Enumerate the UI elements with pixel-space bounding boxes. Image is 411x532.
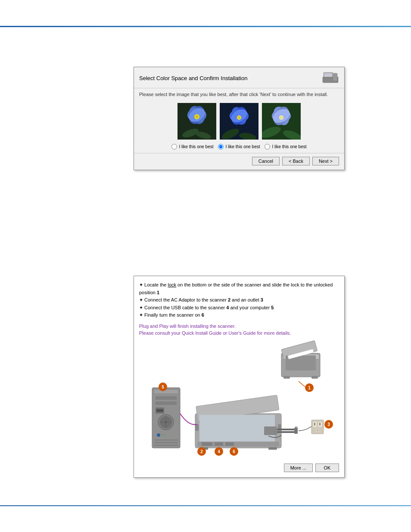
- flower-images-row: [134, 100, 344, 142]
- svg-rect-67: [199, 415, 275, 443]
- svg-rect-48: [156, 396, 177, 400]
- instructions-text: ✦ Locate the lock on the bottom or the s…: [139, 281, 339, 319]
- plug-play-line1: Plug and Play will finish installing the…: [139, 324, 236, 329]
- dialog-button-row: Cancel < Back Next >: [134, 153, 344, 170]
- radio-item-2[interactable]: I like this one best: [218, 144, 261, 149]
- svg-rect-42: [311, 376, 318, 379]
- svg-rect-83: [277, 429, 294, 430]
- svg-rect-72: [195, 424, 199, 431]
- ok-button[interactable]: OK: [315, 464, 339, 472]
- svg-rect-85: [294, 428, 298, 434]
- instruction-line-2: ✦ Connect the AC Adaptor to the scanner …: [139, 296, 339, 304]
- svg-rect-51: [156, 409, 163, 412]
- svg-point-14: [196, 115, 198, 118]
- install-button-row: More ... OK: [139, 464, 339, 472]
- top-divider-line: [0, 26, 411, 27]
- radio-3[interactable]: [265, 144, 270, 149]
- cancel-button[interactable]: Cancel: [252, 157, 280, 165]
- radio-label-1: I like this one best: [179, 144, 213, 149]
- svg-rect-92: [314, 423, 315, 426]
- dialog-title-bar: Select Color Space and Confirm Installat…: [134, 67, 344, 88]
- svg-rect-71: [225, 442, 234, 446]
- svg-rect-82: [264, 426, 277, 435]
- plug-play-line2: Please consult your Quick Install Guide …: [139, 330, 291, 336]
- svg-rect-59: [164, 434, 165, 436]
- dialog-subtitle: Please select the image that you like be…: [134, 88, 344, 100]
- svg-rect-41: [283, 376, 290, 379]
- step-num-6: 6: [202, 312, 204, 317]
- illustration-svg: 1: [139, 340, 340, 461]
- instruction-line-1: ✦ Locate the lock on the bottom or the s…: [139, 281, 339, 296]
- dialog-title: Select Color Space and Confirm Installat…: [139, 75, 322, 81]
- svg-rect-47: [154, 390, 178, 393]
- install-dialog: ✦ Locate the lock on the bottom or the s…: [134, 276, 345, 478]
- installation-illustration: 1: [139, 340, 339, 461]
- radio-label-3: I like this one best: [272, 144, 306, 149]
- step-num-3: 3: [261, 297, 263, 302]
- svg-rect-75: [268, 447, 277, 450]
- svg-rect-70: [215, 442, 223, 446]
- scanner-icon: [322, 72, 339, 84]
- step-num-4: 4: [226, 305, 229, 310]
- svg-text:3: 3: [327, 422, 330, 427]
- svg-rect-93: [319, 423, 321, 426]
- color-space-dialog: Select Color Space and Confirm Installat…: [134, 67, 345, 170]
- plug-play-text: Plug and Play will finish installing the…: [139, 323, 339, 337]
- svg-point-34: [280, 116, 283, 119]
- bottom-divider-line: [0, 505, 411, 506]
- svg-point-57: [157, 433, 160, 437]
- more-button[interactable]: More ...: [284, 464, 313, 472]
- svg-text:5: 5: [162, 385, 164, 389]
- instruction-line-4: ✦ Finally turn the scanner on 6: [139, 311, 339, 319]
- svg-rect-4: [333, 73, 337, 81]
- svg-text:2: 2: [200, 449, 203, 454]
- svg-rect-58: [162, 434, 162, 436]
- svg-point-24: [238, 116, 240, 119]
- instruction-line-3: ✦ Connect the USB cable to the scanner 4…: [139, 304, 339, 312]
- svg-rect-69: [202, 442, 212, 446]
- next-button[interactable]: Next >: [312, 157, 339, 165]
- radio-label-2: I like this one best: [225, 144, 260, 149]
- svg-rect-61: [154, 442, 178, 443]
- step-num-1: 1: [157, 290, 159, 295]
- svg-rect-2: [324, 73, 332, 77]
- flower-image-1: [177, 103, 216, 140]
- svg-rect-49: [156, 401, 177, 405]
- flower-image-2: [220, 103, 258, 140]
- radio-item-3[interactable]: I like this one best: [264, 144, 307, 149]
- radio-1[interactable]: [171, 144, 177, 149]
- svg-text:1: 1: [308, 386, 311, 390]
- radio-item-1[interactable]: I like this one best: [171, 144, 214, 149]
- radio-2[interactable]: [218, 144, 224, 149]
- step-num-5: 5: [271, 305, 274, 310]
- svg-point-94: [317, 429, 318, 431]
- svg-text:6: 6: [233, 449, 235, 454]
- radio-buttons-row: I like this one best I like this one bes…: [134, 142, 344, 153]
- svg-rect-84: [277, 431, 294, 433]
- step-num-2: 2: [228, 297, 230, 302]
- svg-rect-60: [154, 439, 178, 441]
- svg-rect-62: [154, 445, 178, 446]
- flower-image-3: [262, 103, 301, 140]
- svg-text:4: 4: [218, 449, 220, 454]
- back-button[interactable]: < Back: [282, 157, 310, 165]
